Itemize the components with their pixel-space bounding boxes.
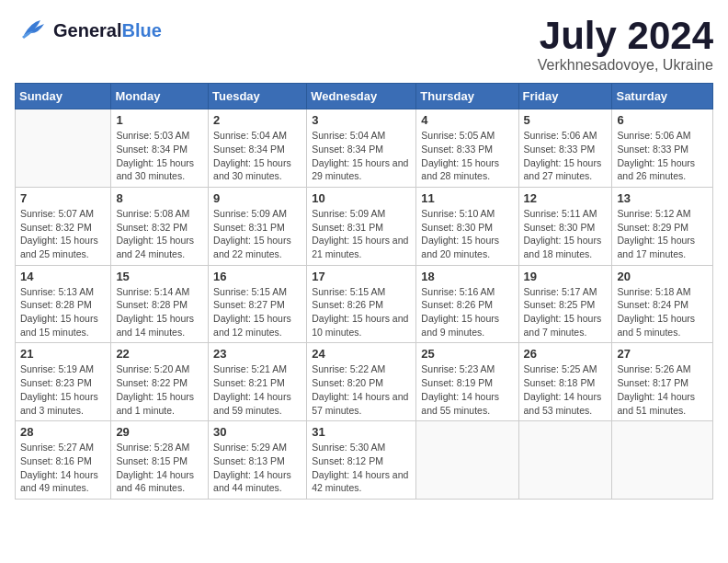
day-info: Sunrise: 5:14 AM Sunset: 8:28 PM Dayligh… [116, 285, 203, 339]
calendar-week-row: 7Sunrise: 5:07 AM Sunset: 8:32 PM Daylig… [16, 187, 713, 265]
day-info: Sunrise: 5:17 AM Sunset: 8:25 PM Dayligh… [524, 285, 608, 339]
calendar-cell: 3Sunrise: 5:04 AM Sunset: 8:34 PM Daylig… [307, 109, 416, 188]
day-number: 21 [20, 347, 106, 361]
day-number: 7 [20, 191, 106, 205]
calendar-cell: 11Sunrise: 5:10 AM Sunset: 8:30 PM Dayli… [416, 187, 518, 265]
calendar-cell [612, 421, 713, 500]
calendar-cell: 7Sunrise: 5:07 AM Sunset: 8:32 PM Daylig… [16, 187, 111, 265]
day-number: 4 [421, 113, 513, 127]
day-header-tuesday: Tuesday [209, 84, 307, 109]
calendar-cell: 31Sunrise: 5:30 AM Sunset: 8:12 PM Dayli… [307, 421, 416, 500]
calendar-cell: 5Sunrise: 5:06 AM Sunset: 8:33 PM Daylig… [518, 109, 612, 188]
day-number: 12 [524, 191, 608, 205]
calendar-cell: 15Sunrise: 5:14 AM Sunset: 8:28 PM Dayli… [111, 265, 209, 343]
calendar-cell: 13Sunrise: 5:12 AM Sunset: 8:29 PM Dayli… [612, 187, 713, 265]
calendar-cell [416, 421, 518, 500]
day-number: 31 [312, 425, 411, 439]
day-info: Sunrise: 5:09 AM Sunset: 8:31 PM Dayligh… [312, 207, 411, 261]
day-info: Sunrise: 5:23 AM Sunset: 8:19 PM Dayligh… [421, 362, 513, 417]
day-header-thursday: Thursday [416, 84, 518, 109]
day-info: Sunrise: 5:19 AM Sunset: 8:23 PM Dayligh… [20, 362, 106, 417]
day-number: 30 [213, 425, 301, 439]
calendar-cell: 20Sunrise: 5:18 AM Sunset: 8:24 PM Dayli… [612, 265, 713, 343]
day-number: 1 [116, 113, 203, 127]
calendar-cell: 19Sunrise: 5:17 AM Sunset: 8:25 PM Dayli… [518, 265, 612, 343]
day-header-wednesday: Wednesday [307, 84, 416, 109]
day-info: Sunrise: 5:09 AM Sunset: 8:31 PM Dayligh… [213, 207, 301, 261]
month-title: July 2024 [538, 15, 713, 57]
day-info: Sunrise: 5:16 AM Sunset: 8:26 PM Dayligh… [421, 285, 513, 339]
logo-general: GeneralBlue [53, 21, 162, 40]
day-info: Sunrise: 5:15 AM Sunset: 8:27 PM Dayligh… [213, 285, 301, 339]
day-info: Sunrise: 5:28 AM Sunset: 8:15 PM Dayligh… [116, 441, 203, 495]
day-info: Sunrise: 5:04 AM Sunset: 8:34 PM Dayligh… [213, 129, 301, 183]
calendar-cell [16, 109, 111, 188]
day-info: Sunrise: 5:18 AM Sunset: 8:24 PM Dayligh… [617, 285, 708, 339]
day-number: 3 [312, 113, 411, 127]
calendar-cell: 9Sunrise: 5:09 AM Sunset: 8:31 PM Daylig… [209, 187, 307, 265]
day-info: Sunrise: 5:20 AM Sunset: 8:22 PM Dayligh… [116, 362, 203, 417]
day-number: 8 [116, 191, 203, 205]
calendar-cell: 25Sunrise: 5:23 AM Sunset: 8:19 PM Dayli… [416, 343, 518, 421]
day-number: 9 [213, 191, 301, 205]
calendar-header-row: SundayMondayTuesdayWednesdayThursdayFrid… [16, 84, 713, 109]
title-area: July 2024 Verkhnesadovoye, Ukraine [538, 15, 713, 74]
day-info: Sunrise: 5:06 AM Sunset: 8:33 PM Dayligh… [617, 129, 708, 183]
day-info: Sunrise: 5:06 AM Sunset: 8:33 PM Dayligh… [524, 129, 608, 183]
calendar-cell: 2Sunrise: 5:04 AM Sunset: 8:34 PM Daylig… [209, 109, 307, 188]
day-info: Sunrise: 5:22 AM Sunset: 8:20 PM Dayligh… [312, 362, 411, 417]
day-number: 27 [617, 347, 708, 361]
calendar-cell: 14Sunrise: 5:13 AM Sunset: 8:28 PM Dayli… [16, 265, 111, 343]
calendar-cell: 22Sunrise: 5:20 AM Sunset: 8:22 PM Dayli… [111, 343, 209, 421]
day-header-sunday: Sunday [16, 84, 111, 109]
calendar-cell: 17Sunrise: 5:15 AM Sunset: 8:26 PM Dayli… [307, 265, 416, 343]
calendar-cell: 29Sunrise: 5:28 AM Sunset: 8:15 PM Dayli… [111, 421, 209, 500]
logo: GeneralBlue [15, 15, 162, 46]
calendar-cell: 1Sunrise: 5:03 AM Sunset: 8:34 PM Daylig… [111, 109, 209, 188]
day-info: Sunrise: 5:30 AM Sunset: 8:12 PM Dayligh… [312, 441, 411, 495]
calendar-cell: 10Sunrise: 5:09 AM Sunset: 8:31 PM Dayli… [307, 187, 416, 265]
calendar-cell: 18Sunrise: 5:16 AM Sunset: 8:26 PM Dayli… [416, 265, 518, 343]
day-info: Sunrise: 5:12 AM Sunset: 8:29 PM Dayligh… [617, 207, 708, 261]
day-info: Sunrise: 5:29 AM Sunset: 8:13 PM Dayligh… [213, 441, 301, 495]
day-header-friday: Friday [518, 84, 612, 109]
calendar-cell: 8Sunrise: 5:08 AM Sunset: 8:32 PM Daylig… [111, 187, 209, 265]
logo-icon [15, 15, 50, 46]
day-info: Sunrise: 5:27 AM Sunset: 8:16 PM Dayligh… [20, 441, 106, 495]
day-info: Sunrise: 5:13 AM Sunset: 8:28 PM Dayligh… [20, 285, 106, 339]
day-info: Sunrise: 5:26 AM Sunset: 8:17 PM Dayligh… [617, 362, 708, 417]
day-info: Sunrise: 5:08 AM Sunset: 8:32 PM Dayligh… [116, 207, 203, 261]
calendar-cell: 27Sunrise: 5:26 AM Sunset: 8:17 PM Dayli… [612, 343, 713, 421]
day-header-monday: Monday [111, 84, 209, 109]
day-number: 23 [213, 347, 301, 361]
calendar-week-row: 28Sunrise: 5:27 AM Sunset: 8:16 PM Dayli… [16, 421, 713, 500]
day-number: 20 [617, 270, 708, 283]
day-number: 28 [20, 425, 106, 439]
calendar-cell: 16Sunrise: 5:15 AM Sunset: 8:27 PM Dayli… [209, 265, 307, 343]
day-number: 13 [617, 191, 708, 205]
calendar-week-row: 21Sunrise: 5:19 AM Sunset: 8:23 PM Dayli… [16, 343, 713, 421]
day-number: 19 [524, 270, 608, 283]
calendar-cell: 4Sunrise: 5:05 AM Sunset: 8:33 PM Daylig… [416, 109, 518, 188]
calendar-cell [518, 421, 612, 500]
day-number: 24 [312, 347, 411, 361]
day-info: Sunrise: 5:21 AM Sunset: 8:21 PM Dayligh… [213, 362, 301, 417]
day-number: 14 [20, 270, 106, 283]
day-info: Sunrise: 5:10 AM Sunset: 8:30 PM Dayligh… [421, 207, 513, 261]
calendar-cell: 24Sunrise: 5:22 AM Sunset: 8:20 PM Dayli… [307, 343, 416, 421]
day-info: Sunrise: 5:03 AM Sunset: 8:34 PM Dayligh… [116, 129, 203, 183]
calendar-cell: 12Sunrise: 5:11 AM Sunset: 8:30 PM Dayli… [518, 187, 612, 265]
day-number: 2 [213, 113, 301, 127]
day-header-saturday: Saturday [612, 84, 713, 109]
day-number: 10 [312, 191, 411, 205]
calendar-table: SundayMondayTuesdayWednesdayThursdayFrid… [15, 83, 713, 500]
day-number: 15 [116, 270, 203, 283]
day-number: 6 [617, 113, 708, 127]
day-info: Sunrise: 5:07 AM Sunset: 8:32 PM Dayligh… [20, 207, 106, 261]
day-number: 29 [116, 425, 203, 439]
calendar-week-row: 14Sunrise: 5:13 AM Sunset: 8:28 PM Dayli… [16, 265, 713, 343]
calendar-cell: 28Sunrise: 5:27 AM Sunset: 8:16 PM Dayli… [16, 421, 111, 500]
day-info: Sunrise: 5:15 AM Sunset: 8:26 PM Dayligh… [312, 285, 411, 339]
calendar-cell: 23Sunrise: 5:21 AM Sunset: 8:21 PM Dayli… [209, 343, 307, 421]
day-number: 22 [116, 347, 203, 361]
